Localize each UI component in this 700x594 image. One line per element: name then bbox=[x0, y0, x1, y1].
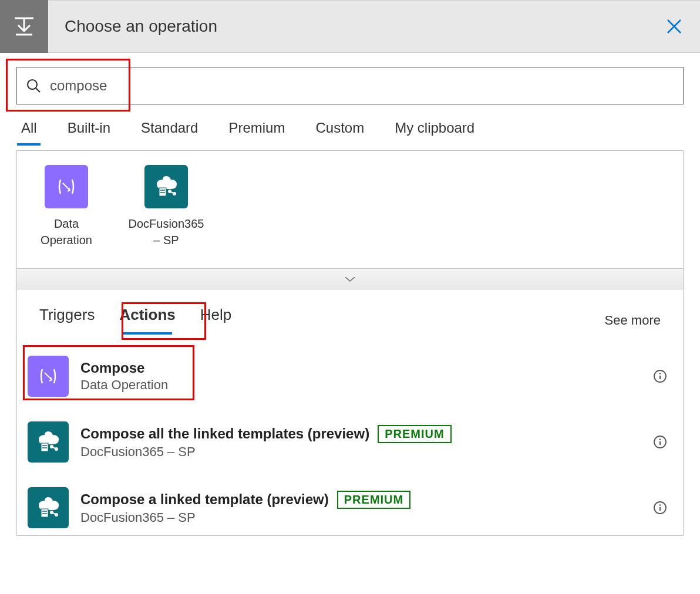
action-compose-linked-template[interactable]: Compose a linked template (preview) PREM… bbox=[17, 480, 683, 535]
info-icon bbox=[653, 435, 667, 449]
action-text: Compose a linked template (preview) PREM… bbox=[80, 491, 644, 525]
info-icon bbox=[653, 369, 667, 383]
dialog-header: Choose an operation bbox=[0, 0, 700, 53]
see-more-link[interactable]: See more bbox=[605, 313, 661, 328]
connector-docfusion[interactable]: DocFusion365 – SP bbox=[131, 165, 201, 248]
svg-point-10 bbox=[659, 438, 661, 440]
svg-rect-1 bbox=[159, 188, 166, 196]
data-operation-icon bbox=[28, 356, 69, 397]
action-subtitle: DocFusion365 – SP bbox=[80, 510, 644, 525]
action-title: Compose bbox=[80, 360, 144, 376]
filter-tab-standard[interactable]: Standard bbox=[141, 120, 198, 143]
premium-badge: PREMIUM bbox=[378, 425, 451, 443]
svg-point-15 bbox=[659, 504, 661, 506]
action-compose-all-linked[interactable]: Compose all the linked templates (previe… bbox=[17, 414, 683, 470]
docfusion-icon bbox=[144, 165, 188, 208]
search-input[interactable] bbox=[50, 77, 675, 94]
operation-type-icon bbox=[0, 0, 48, 53]
action-subtitle: DocFusion365 – SP bbox=[80, 444, 644, 460]
connectors-section: Data Operation DocFusion365 – SP bbox=[17, 151, 683, 268]
chevron-down-icon bbox=[344, 275, 356, 282]
info-icon bbox=[653, 501, 667, 515]
connector-label: DocFusion365 – SP bbox=[129, 215, 204, 248]
docfusion-icon bbox=[28, 421, 69, 463]
svg-rect-11 bbox=[41, 509, 48, 517]
info-button[interactable] bbox=[651, 499, 669, 517]
svg-point-5 bbox=[659, 373, 661, 374]
data-operation-icon bbox=[45, 165, 88, 208]
info-button[interactable] bbox=[651, 367, 669, 385]
close-button[interactable] bbox=[660, 12, 688, 41]
sub-tab-help[interactable]: Help bbox=[200, 306, 231, 335]
sub-tabs-row: Triggers Actions Help See more bbox=[17, 289, 683, 338]
close-icon bbox=[665, 18, 683, 35]
filter-tab-all[interactable]: All bbox=[21, 120, 37, 143]
svg-point-0 bbox=[28, 80, 37, 89]
action-subtitle: Data Operation bbox=[80, 377, 644, 393]
svg-rect-6 bbox=[41, 443, 48, 451]
premium-badge: PREMIUM bbox=[337, 491, 410, 509]
dialog-title: Choose an operation bbox=[65, 17, 660, 36]
connector-data-operation[interactable]: Data Operation bbox=[31, 165, 102, 248]
action-text: Compose Data Operation bbox=[80, 360, 644, 393]
filter-tabs: All Built-in Standard Premium Custom My … bbox=[16, 120, 684, 143]
filter-tab-builtin[interactable]: Built-in bbox=[68, 120, 110, 143]
filter-tab-custom[interactable]: Custom bbox=[315, 120, 364, 143]
action-title: Compose all the linked templates (previe… bbox=[80, 426, 369, 442]
search-box[interactable] bbox=[16, 67, 684, 104]
filter-tab-clipboard[interactable]: My clipboard bbox=[395, 120, 474, 143]
connector-label: Data Operation bbox=[31, 215, 102, 248]
sub-tab-triggers[interactable]: Triggers bbox=[39, 306, 95, 335]
action-title: Compose a linked template (preview) bbox=[80, 491, 329, 508]
info-button[interactable] bbox=[651, 433, 669, 451]
filter-tab-premium[interactable]: Premium bbox=[228, 120, 285, 143]
expand-divider[interactable] bbox=[17, 268, 683, 289]
sub-tab-actions[interactable]: Actions bbox=[119, 306, 175, 335]
docfusion-icon bbox=[28, 487, 69, 528]
results-panel: Data Operation DocFusion365 – SP Trigger… bbox=[16, 150, 684, 536]
action-compose[interactable]: Compose Data Operation bbox=[17, 349, 683, 404]
search-icon bbox=[25, 77, 42, 94]
action-text: Compose all the linked templates (previe… bbox=[80, 425, 644, 460]
